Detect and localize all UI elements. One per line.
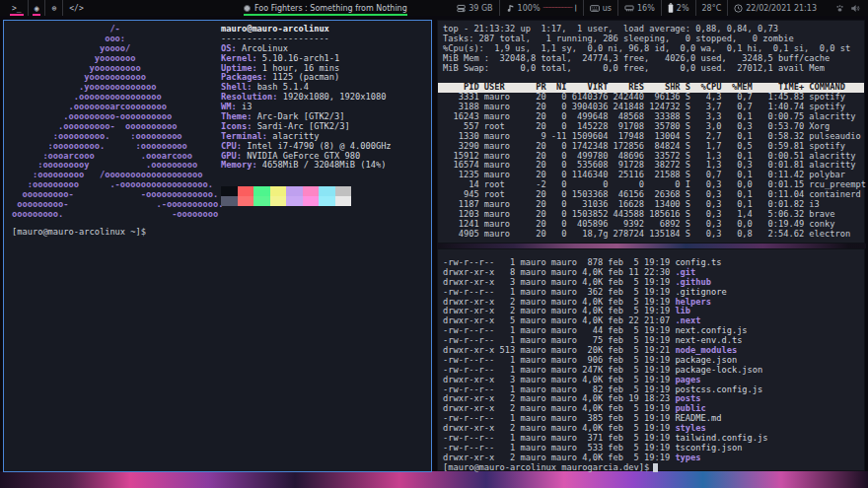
polybar: >_ ◉ ⊕ </> Foo Fighters : Something from… (0, 0, 868, 16)
shell-prompt: [mauro@mauro-arcolinux maurogarcia.dev]$ (443, 463, 649, 473)
file-meta: drwxr-xr-x 513 mauro mauro 20K feb 5 19:… (443, 345, 675, 355)
memory-module[interactable]: 16% (617, 0, 661, 16)
workspace-item[interactable]: ◉ (28, 0, 45, 16)
palette-swatch (335, 186, 352, 196)
palette-swatch (335, 196, 352, 206)
palette-swatch (253, 186, 270, 196)
workspace-item[interactable]: >_ (6, 0, 28, 16)
file-meta: -rw-r--r-- 1 mauro mauro 878 feb 5 19:19 (443, 257, 675, 267)
disk-icon (457, 4, 466, 13)
now-playing-text: Foo Fighters : Something from Nothing (254, 4, 407, 13)
workspace-list: >_ ◉ ⊕ </> (6, 0, 90, 16)
temperature-module[interactable]: 28°C (695, 0, 728, 16)
palette-swatch (303, 196, 320, 206)
datetime-value: 22/02/2021 21:13 (746, 4, 817, 13)
workspace-icon: ◉ (35, 4, 39, 13)
palette-row-bright (221, 196, 351, 206)
file-meta: drwxr-xr-x 2 mauro mauro 4,0K feb 5 19:1… (443, 306, 675, 315)
music-note-icon (506, 4, 515, 13)
file-name: styles (675, 423, 705, 433)
terminal-top[interactable]: top - 21:13:32 up 1:17, 1 user, load ave… (437, 20, 865, 244)
workspace-icon: ⊕ (51, 4, 56, 13)
neofetch-info-row: Memory: 4658MiB / 32048MiB (14%) (221, 161, 392, 171)
top-process-list: 3331 mauro 20 0 6140376 242440 96136 S 4… (443, 93, 859, 239)
file-name: package-lock.json (675, 365, 762, 375)
file-name: lib (675, 306, 690, 315)
workspace-item[interactable]: ⊕ (44, 0, 62, 16)
file-meta: -rw-r--r-- 1 mauro mauro 44 feb 5 19:19 (443, 325, 675, 335)
file-meta: drwxr-xr-x 2 mauro mauro 4,0K feb 5 19:1… (443, 453, 675, 462)
palette-swatch (319, 186, 335, 196)
file-name: postcss.config.js (675, 384, 762, 394)
file-meta: -rw-r--r-- 1 mauro mauro 906 feb 5 19:19 (443, 355, 675, 365)
keyboard-icon (590, 4, 600, 13)
disk-module[interactable]: 39 GB (451, 0, 498, 16)
file-meta: drwxr-xr-x 2 mauro mauro 4,0K feb 5 19:1… (443, 423, 675, 433)
palette-row-normal (221, 186, 351, 196)
spotify-icon (244, 5, 251, 12)
file-meta: -rw-r--r-- 1 mauro mauro 385 feb 5 19:19 (443, 413, 675, 423)
keyboard-layout-module[interactable]: us (583, 0, 617, 16)
file-meta: drwxr-xr-x 2 mauro mauro 4,0K feb 19 18:… (443, 393, 675, 403)
file-name: node_modules (675, 345, 737, 355)
workspace-active-underline (10, 14, 24, 16)
memory-value: 16% (637, 4, 655, 13)
battery-module[interactable]: 2% (661, 0, 695, 16)
file-name: posts (675, 393, 700, 403)
file-name: helpers (675, 297, 711, 307)
file-name: .github (675, 277, 711, 287)
palette-swatch (253, 196, 270, 206)
file-meta: drwxr-xr-x 3 mauro mauro 4,0K feb 5 19:1… (443, 277, 675, 287)
file-meta: drwxr-xr-x 2 mauro mauro 4,0K feb 5 19:1… (443, 403, 675, 413)
volume-slider-knob[interactable]: | (574, 4, 576, 12)
memory-icon (624, 4, 634, 13)
paw-icon[interactable] (835, 4, 844, 13)
volume-slider[interactable]: ───────── (542, 4, 571, 12)
palette-swatch (303, 186, 320, 196)
workspace-item[interactable]: </> (62, 0, 89, 16)
file-name: public (675, 403, 705, 413)
palette-swatch (238, 186, 254, 196)
file-meta: -rw-r--r-- 1 mauro mauro 247K feb 5 19:1… (443, 365, 675, 375)
file-name: package.json (675, 355, 737, 365)
palette-swatch (221, 186, 238, 196)
volume-module[interactable]: 100% ───────── | (499, 0, 583, 16)
top-summary: top - 21:13:32 up 1:17, 1 user, load ave… (443, 25, 859, 73)
file-meta: drwxr-xr-x 5 mauro mauro 4,0K feb 22 21:… (443, 315, 675, 325)
status-modules: 39 GB 100% ───────── | us 16% 2% (451, 0, 823, 16)
datetime-module[interactable]: 22/02/2021 21:13 (727, 0, 823, 16)
clock-icon (734, 4, 743, 13)
palette-swatch (238, 196, 254, 206)
terminal-neofetch[interactable]: /- ooo: yoooo/ yooooooo yooooooooo yoooo… (3, 20, 432, 472)
file-name: types (675, 453, 700, 462)
workspace-icon: </> (69, 4, 83, 13)
temperature-value: 28°C (702, 4, 722, 13)
tray (835, 0, 860, 16)
file-meta: -rw-r--r-- 1 mauro mauro 371 feb 5 19:19 (443, 433, 675, 443)
battery-value: 2% (677, 4, 689, 13)
shell-prompt: [mauro@mauro-arcolinux ~]$ (12, 228, 146, 238)
workspace-active-underline (49, 14, 58, 16)
file-name: next-env.d.ts (675, 335, 742, 345)
volume-value: 100% (518, 4, 541, 13)
arcolinux-ascii-logo: /- ooo: yoooo/ yooooooo yooooooooo yoooo… (12, 25, 223, 220)
battery-icon (668, 3, 674, 13)
terminal-ls[interactable]: -rw-r--r-- 1 mauro mauro 878 feb 5 19:19… (437, 248, 865, 471)
speaker-icon[interactable] (850, 4, 860, 13)
file-name: pages (675, 375, 700, 384)
file-meta: -rw-r--r-- 1 mauro mauro 82 feb 5 19:19 (443, 384, 675, 394)
file-meta: drwxr-xr-x 3 mauro mauro 4,0K feb 5 19:1… (443, 375, 675, 384)
palette-swatch (286, 186, 303, 196)
keyboard-layout-value: us (603, 4, 612, 13)
spotify-module[interactable]: Foo Fighters : Something from Nothing (244, 0, 407, 16)
neofetch-info-list: OS: ArcoLinux Kernel: 5.10.16-arch1-1 Up… (221, 44, 392, 172)
file-meta: -rw-r--r-- 1 mauro mauro 362 feb 5 19:19 (443, 287, 675, 297)
color-palette (221, 186, 351, 206)
disk-value: 39 GB (469, 4, 492, 13)
palette-swatch (221, 196, 238, 206)
process-row: 4905 mauro 20 0 18,7g 278724 135184 S 0,… (443, 230, 859, 240)
file-meta: -rw-r--r-- 1 mauro mauro 533 feb 5 19:19 (443, 443, 675, 453)
file-meta: drwxr-xr-x 2 mauro mauro 4,0K feb 5 19:1… (443, 297, 675, 307)
file-name: tailwind.config.js (675, 433, 767, 443)
palette-swatch (270, 196, 287, 206)
